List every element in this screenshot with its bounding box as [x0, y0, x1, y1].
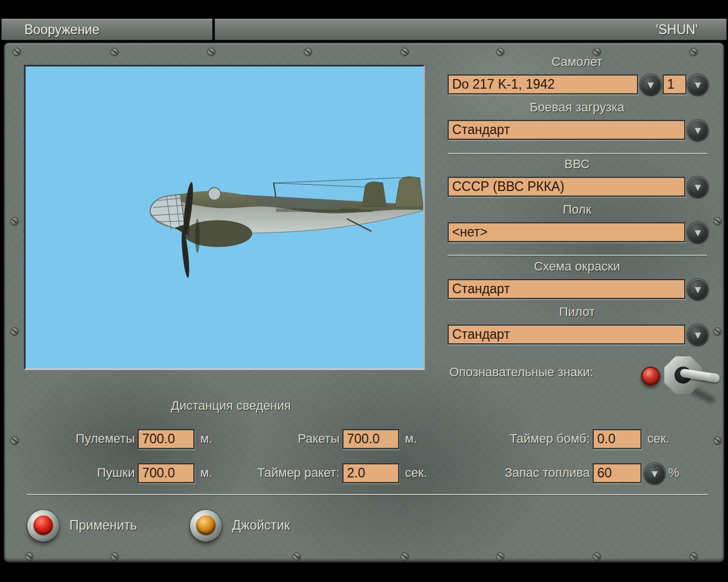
chevron-down-icon: ▼ [693, 227, 704, 238]
pilot-select[interactable]: Стандарт [448, 325, 685, 344]
chevron-down-icon: ▼ [693, 330, 704, 340]
apply-button-label[interactable]: Применить [69, 518, 137, 533]
player-name-bar: 'SHUN' [214, 19, 727, 40]
apply-button[interactable] [27, 510, 59, 542]
joystick-button-amber-dome-icon [196, 516, 216, 535]
aircraft-image-do217 [26, 66, 423, 368]
bomb-timer-field[interactable]: 0.0 [593, 429, 642, 449]
rockets-field[interactable]: 700.0 [342, 429, 399, 449]
bomb-timer-unit: сек. [647, 431, 669, 446]
airforce-select[interactable]: СССР (ВВС РККА) [448, 177, 685, 197]
machine-guns-label: Пулеметы [24, 431, 135, 446]
rocket-timer-unit: сек. [405, 465, 427, 480]
cannons-field[interactable]: 700.0 [138, 463, 195, 483]
markings-indicator-lamp-icon [641, 367, 660, 386]
joystick-button[interactable] [190, 510, 222, 542]
bomb-timer-label: Таймер бомб: [473, 431, 590, 446]
main-panel: Самолет Do 217 K-1, 1942 ▼ 1 ▼ Боевая за… [3, 42, 725, 563]
screw-icon [689, 552, 698, 561]
player-name: 'SHUN' [656, 22, 698, 37]
screw-icon [496, 552, 504, 561]
chevron-down-icon: ▼ [646, 80, 656, 90]
fuel-field[interactable]: 60 [593, 463, 642, 483]
screw-icon [110, 552, 119, 561]
screw-icon [713, 436, 722, 445]
screw-icon [713, 217, 722, 226]
aircraft-label: Самолет [448, 55, 706, 69]
rocket-timer-field[interactable]: 2.0 [342, 463, 399, 483]
chevron-down-icon: ▼ [693, 125, 704, 136]
tab-armament: Вооружение [1, 19, 213, 40]
fuel-label: Запас топлива [473, 465, 590, 480]
screw-icon [10, 217, 19, 226]
joystick-button-label[interactable]: Джойстик [232, 518, 290, 533]
screw-icon [13, 48, 21, 56]
screw-icon [25, 552, 34, 561]
pilot-label: Пилот [448, 305, 706, 319]
rockets-label: Ракеты [217, 431, 340, 446]
fuel-dropdown-button[interactable]: ▼ [644, 463, 665, 484]
actions-divider [26, 494, 708, 495]
airforce-dropdown-button[interactable]: ▼ [688, 177, 708, 197]
rocket-timer-label: Таймер ракет: [217, 465, 340, 480]
pilot-dropdown-button[interactable]: ▼ [688, 325, 708, 345]
screw-icon [292, 552, 301, 561]
screw-icon [400, 48, 409, 56]
aircraft-count-field[interactable]: 1 [663, 74, 686, 94]
loadout-label: Боевая загрузка [448, 100, 706, 115]
aircraft-select[interactable]: Do 217 K-1, 1942 [448, 74, 638, 94]
chevron-down-icon: ▼ [693, 182, 704, 193]
screw-icon [304, 48, 312, 56]
paint-scheme-label: Схема окраски [448, 259, 706, 274]
aircraft-dropdown-button[interactable]: ▼ [640, 74, 661, 95]
regiment-dropdown-button[interactable]: ▼ [688, 222, 708, 243]
apply-button-red-dome-icon [34, 516, 53, 535]
loadout-select[interactable]: Стандарт [448, 120, 685, 140]
screw-icon [10, 327, 19, 336]
chevron-down-icon: ▼ [693, 284, 704, 295]
screw-icon [10, 436, 19, 445]
paint-scheme-select[interactable]: Стандарт [448, 279, 685, 299]
loadout-dropdown-button[interactable]: ▼ [688, 120, 708, 140]
screw-icon [207, 48, 216, 56]
screw-icon [713, 327, 722, 336]
markings-label: Опознавательные знаки: [449, 365, 593, 380]
fuel-unit: % [668, 465, 680, 480]
screw-icon [593, 552, 601, 561]
cannons-unit: м. [200, 465, 212, 480]
paint-scheme-dropdown-button[interactable]: ▼ [688, 279, 708, 300]
section-divider [448, 255, 707, 256]
airforce-label: ВВС [448, 157, 706, 172]
armament-screen: Вооружение 'SHUN' [0, 0, 728, 582]
section-divider [448, 153, 707, 154]
screen-title: Вооружение [24, 22, 100, 37]
chevron-down-icon: ▼ [693, 80, 704, 90]
machine-guns-unit: м. [200, 431, 212, 446]
machine-guns-field[interactable]: 700.0 [138, 429, 195, 449]
cannons-label: Пушки [24, 465, 135, 480]
rockets-unit: м. [405, 431, 417, 446]
screw-icon [400, 552, 409, 561]
aircraft-preview [24, 65, 425, 370]
chevron-down-icon: ▼ [650, 468, 660, 479]
regiment-label: Полк [448, 202, 706, 217]
screw-icon [110, 48, 119, 56]
regiment-select[interactable]: <нет> [448, 222, 685, 242]
aircraft-count-dropdown-button[interactable]: ▼ [688, 74, 708, 95]
convergence-title: Дистанция сведения [142, 398, 320, 413]
